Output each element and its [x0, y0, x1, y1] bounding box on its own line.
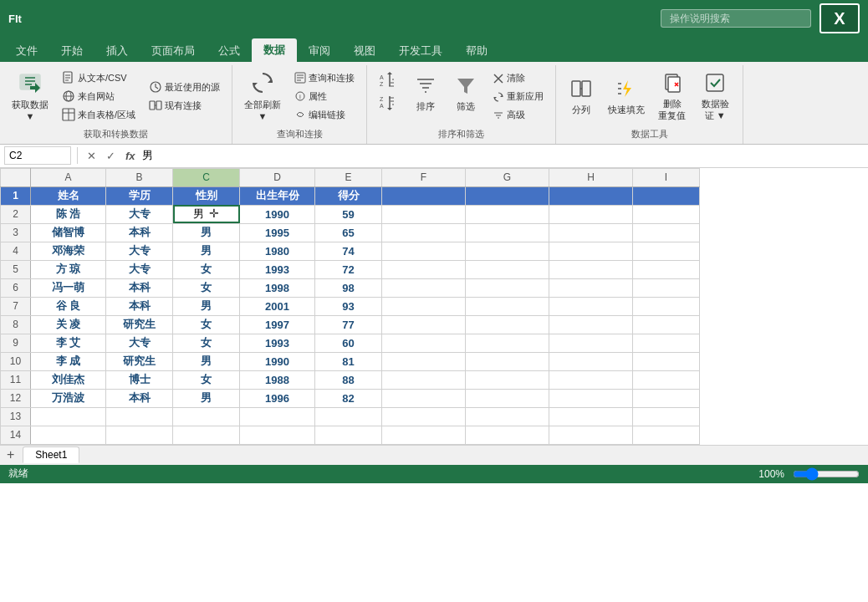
tab-insert[interactable]: 插入	[94, 40, 140, 62]
cell-i14[interactable]	[633, 426, 700, 444]
cell-i6[interactable]	[633, 278, 700, 297]
cell-e1[interactable]: 得分	[315, 186, 382, 205]
col-header-e[interactable]: E	[315, 168, 382, 186]
cell-ref-input[interactable]	[4, 146, 71, 165]
cell-d10[interactable]: 1990	[240, 352, 315, 370]
tab-view[interactable]: 视图	[342, 40, 387, 62]
cell-a14[interactable]	[31, 426, 106, 444]
cell-i10[interactable]	[633, 352, 700, 370]
cell-d8[interactable]: 1997	[240, 315, 315, 334]
cell-b11[interactable]: 博士	[106, 370, 173, 389]
validate-button[interactable]: 数据验证 ▼	[694, 68, 736, 125]
cell-d9[interactable]: 1993	[240, 334, 315, 352]
cell-i11[interactable]	[633, 370, 700, 389]
cell-b5[interactable]: 大专	[106, 260, 173, 278]
confirm-icon[interactable]: ✓	[103, 148, 119, 164]
cell-c14[interactable]	[173, 426, 240, 444]
cell-c11[interactable]: 女	[173, 370, 240, 389]
cell-g7[interactable]	[466, 297, 549, 315]
cell-c7[interactable]: 男	[173, 297, 240, 315]
tab-home[interactable]: 开始	[49, 40, 94, 62]
add-sheet-button[interactable]: +	[4, 447, 17, 462]
row-num-12[interactable]: 12	[1, 389, 31, 407]
from-table-button[interactable]: 来自表格/区域	[57, 106, 140, 123]
cell-h14[interactable]	[549, 426, 633, 444]
cell-e8[interactable]: 77	[315, 315, 382, 334]
cell-g4[interactable]	[466, 242, 549, 260]
cell-e6[interactable]: 98	[315, 278, 382, 297]
from-text-button[interactable]: 从文本/CSV	[57, 69, 140, 86]
cell-i1[interactable]	[633, 186, 700, 205]
row-num-2[interactable]: 2	[1, 205, 31, 223]
cell-h13[interactable]	[549, 407, 633, 426]
col-header-d[interactable]: D	[240, 168, 315, 186]
cell-a4[interactable]: 邓海荣	[31, 242, 106, 260]
remove-dup-button[interactable]: 删除重复值	[653, 68, 691, 125]
cell-f3[interactable]	[382, 223, 466, 242]
split-col-button[interactable]: 分列	[563, 74, 600, 120]
tab-page-layout[interactable]: 页面布局	[140, 40, 207, 62]
cell-c13[interactable]	[173, 407, 240, 426]
cell-c10[interactable]: 男	[173, 352, 240, 370]
col-header-g[interactable]: G	[466, 168, 549, 186]
cell-b13[interactable]	[106, 407, 173, 426]
tab-formulas[interactable]: 公式	[207, 40, 252, 62]
cell-h4[interactable]	[549, 242, 633, 260]
cell-c1[interactable]: 性别	[173, 186, 240, 205]
cell-b3[interactable]: 本科	[106, 223, 173, 242]
cell-e9[interactable]: 60	[315, 334, 382, 352]
formula-input[interactable]	[142, 150, 864, 162]
cell-e7[interactable]: 93	[315, 297, 382, 315]
tab-file[interactable]: 文件	[4, 40, 49, 62]
from-web-button[interactable]: 来自网站	[57, 88, 140, 105]
cell-c9[interactable]: 女	[173, 334, 240, 352]
col-header-a[interactable]: A	[31, 168, 106, 186]
sheet-tab-1[interactable]: Sheet1	[23, 446, 79, 463]
flash-fill-button[interactable]: 快速填充	[603, 74, 650, 120]
row-num-1[interactable]: 1	[1, 186, 31, 205]
row-num-6[interactable]: 6	[1, 278, 31, 297]
cell-f6[interactable]	[382, 278, 466, 297]
cell-d7[interactable]: 2001	[240, 297, 315, 315]
col-header-b[interactable]: B	[106, 168, 173, 186]
recent-source-button[interactable]: 最近使用的源	[144, 79, 225, 95]
cell-a10[interactable]: 李 成	[31, 352, 106, 370]
cell-i8[interactable]	[633, 315, 700, 334]
cell-i7[interactable]	[633, 297, 700, 315]
col-header-h[interactable]: H	[549, 168, 633, 186]
zoom-slider[interactable]	[793, 467, 860, 481]
row-num-11[interactable]: 11	[1, 370, 31, 389]
cell-d12[interactable]: 1996	[240, 389, 315, 407]
sort-az-button[interactable]: A Z	[374, 70, 401, 90]
cell-b7[interactable]: 本科	[106, 297, 173, 315]
cell-h1[interactable]	[549, 186, 633, 205]
cell-e3[interactable]: 65	[315, 223, 382, 242]
cell-d14[interactable]	[240, 426, 315, 444]
edit-links-button[interactable]: 编辑链接	[289, 107, 360, 123]
col-header-c[interactable]: C	[173, 168, 240, 186]
cell-g11[interactable]	[466, 370, 549, 389]
tab-data[interactable]: 数据	[252, 38, 297, 62]
cell-b2[interactable]: 大专	[106, 205, 173, 223]
cell-b12[interactable]: 本科	[106, 389, 173, 407]
fx-icon[interactable]: fx	[122, 148, 139, 164]
properties-button[interactable]: i 属性	[289, 89, 360, 105]
cell-h2[interactable]	[549, 205, 633, 223]
cell-e11[interactable]: 88	[315, 370, 382, 389]
cell-h7[interactable]	[549, 297, 633, 315]
row-num-8[interactable]: 8	[1, 315, 31, 334]
cell-a2[interactable]: 陈 浩	[31, 205, 106, 223]
cell-h8[interactable]	[549, 315, 633, 334]
cell-e4[interactable]: 74	[315, 242, 382, 260]
cell-c4[interactable]: 男	[173, 242, 240, 260]
clear-button[interactable]: 清除	[488, 70, 549, 86]
row-num-13[interactable]: 13	[1, 407, 31, 426]
cell-g10[interactable]	[466, 352, 549, 370]
cell-i4[interactable]	[633, 242, 700, 260]
cell-d6[interactable]: 1998	[240, 278, 315, 297]
cell-i9[interactable]	[633, 334, 700, 352]
cell-g5[interactable]	[466, 260, 549, 278]
cell-f7[interactable]	[382, 297, 466, 315]
tab-review[interactable]: 审阅	[297, 40, 342, 62]
refresh-all-button[interactable]: 全部刷新▼	[239, 67, 286, 126]
